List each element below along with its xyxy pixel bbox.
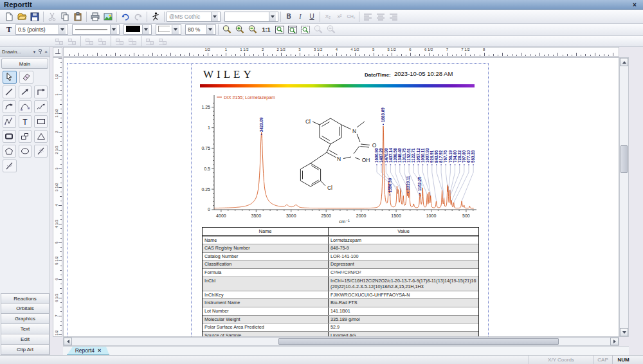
align-center-horizontal-icon[interactable] [83,35,96,47]
bold-button[interactable]: B [283,11,294,23]
align-bottom-icon[interactable] [156,35,169,47]
paste-icon[interactable] [71,11,84,23]
zoom-next-icon[interactable] [325,24,338,35]
save-icon[interactable] [28,11,41,23]
line-style-dropdown[interactable] [72,24,120,35]
window-close-button[interactable]: × [630,1,639,8]
toolbar-separator [147,12,147,22]
align-center-vertical-icon[interactable] [96,35,109,47]
dropdown-arrow-icon[interactable] [172,25,179,34]
scroll-up-button[interactable] [620,58,628,66]
spectrum-chart-object[interactable]: Cl N O OH N Cl 4000350030002500200015001… [194,93,480,224]
tool-rounded-rectangle[interactable] [3,130,16,143]
zoom-region-icon[interactable] [299,24,312,35]
zoom-in-icon[interactable] [233,24,246,35]
align-right-icon[interactable] [387,11,400,23]
center-on-page-icon[interactable] [113,35,126,47]
align-left-icon[interactable] [361,11,374,23]
tool-arc[interactable] [3,100,16,113]
font-style-dropdown[interactable] [224,12,278,22]
pen-color-dropdown[interactable] [123,24,152,35]
export-image-icon[interactable] [102,11,114,23]
italic-button[interactable]: I [294,11,306,23]
fit-drawing-icon[interactable] [273,24,286,35]
dropdown-arrow-icon[interactable] [142,25,149,34]
category-orbitals[interactable]: Orbitals [1,304,50,314]
table-cell-name: Name [203,237,329,244]
copy-icon[interactable] [59,11,71,23]
align-center-icon[interactable] [374,11,387,23]
tool-strike[interactable] [34,145,48,158]
horizontal-scrollbar[interactable] [63,337,619,346]
superscript-button[interactable]: x² [334,11,345,23]
panel-menu-icon[interactable]: ▼ [32,50,36,54]
horizontal-scroll-thumb[interactable] [278,338,559,345]
actual-size-button[interactable]: 1:1 [259,24,273,35]
new-document-icon[interactable] [3,11,15,23]
tool-select[interactable] [3,71,17,84]
panel-pin-icon[interactable] [38,49,42,55]
tool-polyline[interactable] [3,115,16,128]
tool-triangle[interactable] [34,130,48,143]
fit-page-icon[interactable] [286,24,299,35]
cut-icon[interactable] [46,11,59,23]
category-text[interactable]: Text [1,324,50,334]
zoom-dropdown[interactable]: 80 % [185,24,216,35]
tool-text[interactable]: T [19,115,32,128]
category-clip-art[interactable]: Clip Art [1,345,50,355]
tool-curve[interactable] [19,100,32,113]
tab-report4[interactable]: Report4 × [67,347,109,355]
format-toolbar: T 0.5 (points) 80 % 1:1 [0,24,643,36]
tool-line[interactable] [3,86,16,98]
category-reactions[interactable]: Reactions [1,293,50,304]
underline-button[interactable]: U [306,11,318,23]
reaction-figure-icon[interactable] [149,11,162,23]
zoom-tool-icon[interactable] [221,24,233,35]
fill-color-dropdown[interactable] [156,24,181,35]
tool-multi-rectangle[interactable] [19,130,32,143]
report-table[interactable]: NameValueNameLormetazepamCAS Registry Nu… [202,227,479,337]
category-edit[interactable]: Edit [1,334,50,345]
subscript-button[interactable]: X₂ [322,11,334,23]
redo-icon[interactable] [132,11,145,23]
tool-arrow[interactable] [19,86,32,98]
print-icon[interactable] [89,11,102,23]
dropdown-arrow-icon[interactable] [211,12,218,21]
vertical-scroll-thumb[interactable] [620,145,628,173]
text-style-icon[interactable]: T [3,24,15,35]
document-page[interactable]: WILEY Date/Time: 2023-10-05 10:28 AM [63,57,619,337]
space-across-icon[interactable] [53,35,66,47]
tool-strike-alt[interactable] [3,159,17,172]
dropdown-arrow-icon[interactable] [206,25,213,34]
main-palette-button[interactable]: Main [1,59,48,69]
ruler-tick [480,55,480,56]
dropdown-arrow-icon[interactable] [110,25,117,34]
dropdown-arrow-icon[interactable] [59,25,66,34]
font-family-dropdown[interactable]: @MS Gothic [167,12,221,22]
zoom-out-icon[interactable] [246,24,259,35]
space-down-icon[interactable] [66,35,78,47]
zoom-previous-icon[interactable] [312,24,325,35]
tool-pentagon[interactable] [3,145,16,158]
tool-eraser[interactable] [19,71,33,84]
drawing-panel-header[interactable]: Drawin... ▼ × [0,47,50,57]
vertical-scrollbar[interactable] [619,57,629,337]
tool-ellipse[interactable] [19,145,32,158]
dropdown-arrow-icon[interactable] [269,12,276,21]
undo-icon[interactable] [119,11,132,23]
tab-close-icon[interactable]: × [98,347,101,354]
table-cell-name: InChI [203,277,329,291]
category-graphics[interactable]: Graphics [1,314,50,324]
align-top-icon[interactable] [126,35,139,47]
line-width-dropdown[interactable]: 0.5 (points) [15,24,68,35]
panel-close-icon[interactable]: × [44,49,48,55]
formula-text-button[interactable]: CH₂ [345,11,357,23]
tool-rectangle[interactable] [34,115,48,128]
tool-freeform[interactable] [34,100,48,113]
scroll-left-button[interactable] [64,338,72,345]
open-file-icon[interactable] [15,11,28,23]
tool-elbow-arrow[interactable] [34,86,48,98]
align-middle-icon[interactable] [143,35,156,47]
scroll-right-button[interactable] [610,338,619,345]
scroll-down-button[interactable] [620,328,628,336]
